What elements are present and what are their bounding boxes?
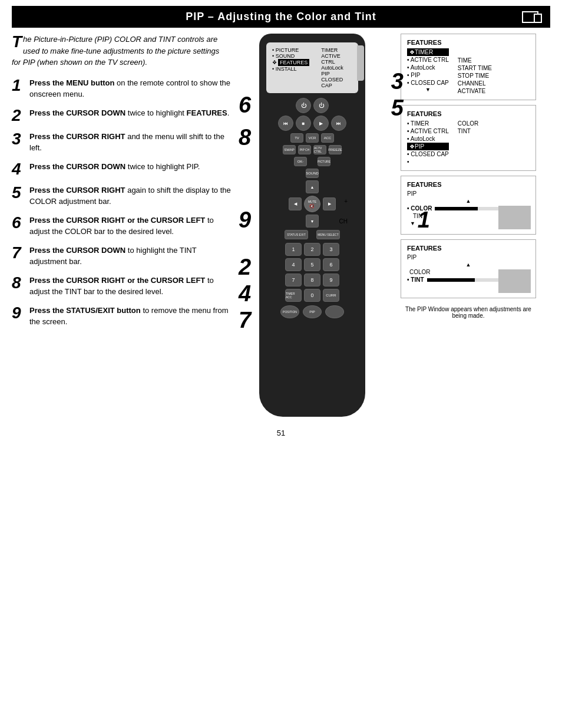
transport-row: ⏮ ■ ▶ ⏭ <box>266 116 358 131</box>
step-3: 3 Press the CURSOR RIGHT and the menu wi… <box>12 131 236 154</box>
plus-sign: + <box>344 198 348 205</box>
num-badge-2: 2 <box>239 255 251 280</box>
num-2-btn[interactable]: 2 <box>304 243 320 256</box>
step-number-8: 8 <box>12 275 24 291</box>
rewind-btn[interactable]: ⏮ <box>278 116 293 131</box>
step-8: 8 Press the CURSOR RIGHT or the CURSOR L… <box>12 275 236 298</box>
menu-panel-4: FEATURES PIP ▲ COLOR • TINT → 35 <box>401 239 536 298</box>
fastfwd-btn[interactable]: ⏭ <box>331 116 346 131</box>
panel1-time: TIME <box>458 57 492 64</box>
panel1-right: TIME START TIME STOP TIME CHANNEL ACTIVA… <box>458 48 492 95</box>
panel2-title: FEATURES <box>407 110 530 117</box>
bottom-btns: POSITION PIP <box>266 305 358 318</box>
menu-select-btn[interactable]: MENU SELECT <box>316 230 340 239</box>
panel1-pip: • PIP <box>407 71 449 79</box>
active-ctrl-btn[interactable]: ACTV CTRL <box>313 145 326 154</box>
num-badge-4: 4 <box>239 281 251 307</box>
timer-acc-btn[interactable]: TIMER ACC <box>285 289 302 302</box>
tv-btn[interactable]: TV <box>290 133 303 143</box>
num-8-btn[interactable]: 8 <box>304 274 320 286</box>
num-9-btn[interactable]: 9 <box>323 274 339 286</box>
remote-screen: • PICTURE • SOUND ❖FEATURES • INSTALL TI… <box>266 42 358 93</box>
num-3-btn[interactable]: 3 <box>323 243 339 256</box>
step-text-7: Press the CURSOR DOWN to highlight the T… <box>29 245 236 268</box>
sound-row: SOUND <box>266 169 358 178</box>
panel4-title: FEATURES <box>407 245 530 252</box>
step-7: 7 Press the CURSOR DOWN to highlight the… <box>12 245 236 268</box>
panel1-start: START TIME <box>458 64 492 72</box>
numpad: 1 2 3 4 5 6 7 8 9 <box>283 243 342 302</box>
ok-row: OK- PICTURE <box>266 157 358 166</box>
panel2-pip: ❖PIP <box>407 143 449 150</box>
ok-btn[interactable]: OK- <box>294 157 307 166</box>
page-title: PIP – Adjusting the Color and Tint <box>186 11 376 23</box>
sound-btn[interactable]: SOUND <box>306 169 319 178</box>
picture-btn[interactable]: PICTURE <box>318 157 330 166</box>
pip-row: SWAP PIP CH ACTV CTRL FREEZE <box>266 145 358 154</box>
num-0-btn[interactable]: 0 <box>304 289 320 302</box>
left-column: The Picture-in-Picture (PIP) COLOR and T… <box>12 34 236 417</box>
power-on-btn[interactable]: ⏻ <box>313 98 329 113</box>
step-number-1: 1 <box>12 77 24 94</box>
num-badge-7: 7 <box>239 308 251 333</box>
step-text-3: Press the CURSOR RIGHT and the menu will… <box>29 131 236 154</box>
cursor-up-btn[interactable]: ▲ <box>306 180 319 193</box>
panel2-active: • ACTIVE CTRL <box>407 127 449 135</box>
num-badge-8: 8 <box>239 125 251 150</box>
status-exit-btn[interactable]: STATUS EXIT <box>285 230 308 239</box>
bottom-right-btn[interactable] <box>325 305 344 318</box>
panel1-left: ❖TIMER • ACTIVE CTRL • AutoLock • PIP • … <box>407 48 449 95</box>
step-number-5: 5 <box>12 185 24 201</box>
vcr-btn[interactable]: VCR <box>306 133 319 143</box>
curr-btn[interactable]: CURR <box>323 289 339 302</box>
screen-tab <box>357 45 364 81</box>
freeze-btn[interactable]: FREEZE <box>329 145 342 154</box>
drop-cap: T <box>12 34 22 50</box>
steps-list: 1 Press the MENU button on the remote co… <box>12 77 236 328</box>
cursor-down-btn[interactable]: ▼ <box>306 215 319 228</box>
step-number-9: 9 <box>12 305 24 321</box>
pip-oval-btn[interactable]: PIP <box>303 305 322 318</box>
cursor-left-btn[interactable]: ◀ <box>289 197 302 210</box>
panel4-tint-label: • TINT <box>407 276 424 283</box>
panel2-closed: • CLOSED CAP <box>407 150 449 158</box>
panel1-activate: ACTIVATE <box>458 87 492 95</box>
power-standby-btn[interactable]: ⏻ <box>296 98 311 113</box>
num-4-btn[interactable]: 4 <box>285 258 302 271</box>
panel3-title: FEATURES <box>407 181 530 188</box>
panel3-color-bar <box>435 207 507 210</box>
panel4-pip-preview <box>498 269 531 293</box>
panel2-right: COLOR TINT <box>458 120 479 166</box>
swap-btn[interactable]: SWAP <box>283 145 296 154</box>
remote-area: 6 8 9 2 4 7 3 5 1 • PICTURE <box>242 34 550 417</box>
acc-btn[interactable]: ACC <box>321 133 334 143</box>
dpad-center: MUTE 🔇 <box>304 196 320 212</box>
stop-btn[interactable]: ■ <box>296 116 311 131</box>
panel1-autolock: • AutoLock <box>407 64 449 71</box>
panel2-tint: TINT <box>458 127 479 135</box>
step-1: 1 Press the MENU button on the remote co… <box>12 77 236 100</box>
num-5-btn[interactable]: 5 <box>304 258 320 271</box>
num-badge-9: 9 <box>239 207 251 233</box>
step-9: 9 Press the STATUS/EXIT button to remove… <box>12 305 236 328</box>
step-4: 4 Press the CURSOR DOWN twice to highlig… <box>12 161 236 177</box>
num-badge-5: 5 <box>391 95 404 121</box>
play-btn[interactable]: ▶ <box>313 116 329 131</box>
panel1-title: FEATURES <box>407 39 530 46</box>
panel1-timer: ❖TIMER <box>407 48 449 56</box>
num-1-btn[interactable]: 1 <box>285 243 302 256</box>
panel1-stop: STOP TIME <box>458 72 492 80</box>
cursor-right-btn[interactable]: ▶ <box>323 197 336 210</box>
position-btn[interactable]: POSITION <box>280 305 299 318</box>
pip-ch-btn[interactable]: PIP CH <box>298 145 311 154</box>
panel2-autolock: • AutoLock <box>407 135 449 143</box>
step-text-4: Press the CURSOR DOWN twice to highlight… <box>29 161 200 173</box>
panel2-left: • TIMER • ACTIVE CTRL • AutoLock ❖PIP • … <box>407 120 449 166</box>
num-6-btn[interactable]: 6 <box>323 258 339 271</box>
step-2: 2 Press the CURSOR DOWN twice to highlig… <box>12 107 236 124</box>
num-7-btn[interactable]: 7 <box>285 274 302 286</box>
menu-row: STATUS EXIT MENU SELECT <box>266 230 358 239</box>
pip-icon <box>522 11 538 23</box>
step-5: 5 Press the CURSOR RIGHT again to shift … <box>12 185 236 207</box>
step-text-6: Press the CURSOR RIGHT or the CURSOR LEF… <box>29 215 236 238</box>
